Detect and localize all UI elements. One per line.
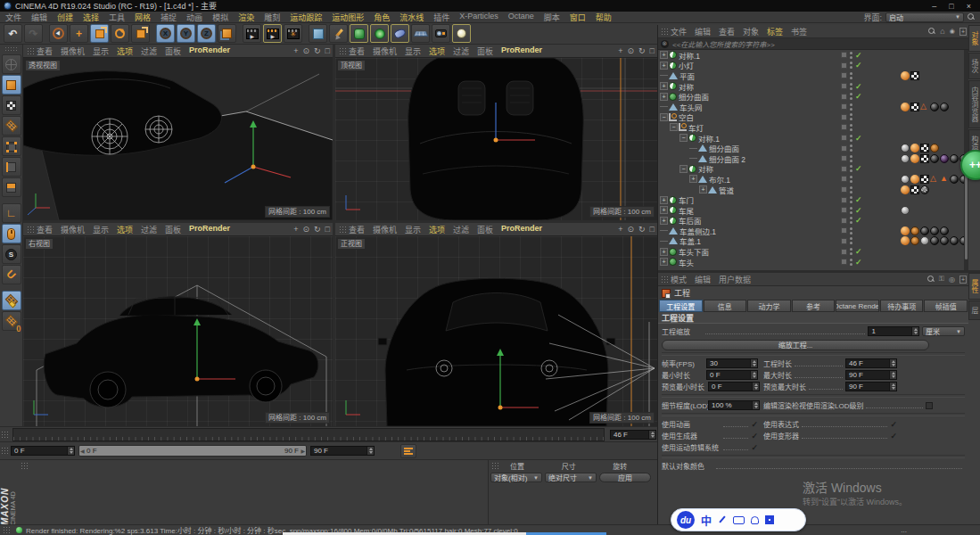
viewport-menu-显示[interactable]: 显示 (93, 224, 109, 235)
viewport-splitter-vertical[interactable] (333, 45, 335, 426)
phong-tag-icon[interactable] (910, 144, 919, 152)
visibility-toggles[interactable] (841, 155, 864, 162)
layer-icon[interactable] (841, 186, 847, 193)
om-menu-对象[interactable]: 对象 (743, 26, 759, 37)
viewport-grip[interactable] (339, 47, 346, 55)
visibility-toggles[interactable]: ✓ (841, 206, 864, 215)
使用生成器-check-icon[interactable]: ✓ (751, 432, 758, 440)
enabled-check-icon[interactable]: ✓ (855, 216, 864, 225)
viewport-menu-过滤[interactable]: 过滤 (453, 45, 469, 57)
menu-item-Octane[interactable]: Octane (508, 12, 534, 23)
preview-min-field[interactable]: 0 F (708, 382, 760, 391)
enable-snap-button[interactable]: S (2, 244, 21, 264)
tab-Octane Render[interactable]: Octane Render (836, 300, 879, 312)
visibility-dots-icon[interactable] (850, 155, 852, 162)
enabled-check-icon[interactable]: ✓ (855, 164, 864, 173)
uv-tag-icon[interactable] (910, 103, 919, 111)
visibility-dots-icon[interactable] (850, 135, 852, 142)
interface-dropdown[interactable]: 启动▼ (885, 12, 964, 22)
mat-tag-icon[interactable] (930, 103, 939, 111)
side-tab-属性[interactable]: 属性 (968, 273, 980, 300)
viewport-grip[interactable] (339, 226, 346, 234)
rotate-view-icon[interactable]: ↻ (314, 46, 321, 55)
visibility-toggles[interactable]: ✓ (841, 164, 864, 173)
tree-row[interactable]: −车灯 (658, 122, 968, 133)
bug-tag-icon[interactable] (930, 144, 939, 152)
maximize-button[interactable]: □ (949, 2, 953, 11)
layer-icon[interactable] (841, 207, 847, 213)
menu-item-运动图形[interactable]: 运动图形 (332, 12, 364, 23)
enabled-check-icon[interactable]: ✓ (855, 195, 864, 204)
visibility-toggles[interactable]: ✓ (841, 82, 864, 91)
eye-icon[interactable]: ◉ (950, 28, 955, 35)
layer-icon[interactable] (841, 197, 847, 203)
tree-row[interactable]: 车盖.1 (658, 236, 968, 247)
visibility-dots-icon[interactable] (850, 124, 852, 131)
material-grip[interactable] (21, 462, 28, 470)
scale-project-button[interactable]: 缩放工程... (662, 340, 929, 350)
visibility-dots-icon[interactable] (850, 196, 852, 203)
viewport-splitter-horizontal[interactable] (23, 220, 657, 223)
tree-row[interactable]: +车尾✓ (658, 205, 968, 216)
visibility-dots-icon[interactable] (850, 227, 852, 235)
keyboard-icon[interactable] (733, 516, 745, 524)
menu-item-选择[interactable]: 选择 (83, 12, 99, 23)
texture-mode-button[interactable] (2, 95, 21, 115)
target-icon[interactable]: ◎ (949, 276, 955, 284)
spinner-icon[interactable] (911, 327, 918, 335)
visibility-toggles[interactable] (841, 113, 864, 120)
render-settings-button[interactable] (263, 24, 282, 43)
enable-axis-button[interactable]: ∟ (2, 203, 21, 223)
grayball-tag-icon[interactable] (901, 175, 910, 184)
menu-item-运动跟踪[interactable]: 运动跟踪 (290, 12, 322, 23)
menu-item-渲染[interactable]: 渲染 (238, 12, 254, 23)
visibility-dots-icon[interactable] (850, 103, 852, 111)
visibility-toggles[interactable]: ✓ (841, 134, 864, 143)
spinner-icon[interactable] (752, 383, 759, 391)
workplane-mode-button[interactable] (2, 116, 21, 136)
viewport-menu-选项[interactable]: 选项 (117, 224, 133, 235)
menu-item-网格[interactable]: 网格 (135, 12, 151, 23)
minimize-button[interactable]: – (932, 2, 936, 11)
menu-item-捕捉[interactable]: 捕捉 (161, 12, 177, 23)
render-queue-button[interactable] (284, 24, 302, 43)
viewport-menu-过滤[interactable]: 过滤 (141, 224, 157, 235)
menu-item-编辑[interactable]: 编辑 (31, 12, 47, 23)
phong-tag-icon[interactable] (901, 71, 910, 80)
add-panel-icon[interactable]: + (959, 276, 967, 284)
viewport-menu-面板[interactable]: 面板 (477, 224, 493, 235)
viewport-grip[interactable] (27, 226, 34, 234)
enabled-check-icon[interactable]: ✓ (855, 61, 864, 70)
tab-参考[interactable]: 参考 (792, 300, 836, 312)
tree-row[interactable]: 细分曲面 2 (658, 153, 968, 164)
layer-icon[interactable] (841, 259, 847, 265)
viewport-top[interactable]: 查看摄像机显示选项过滤面板ProRender +⊙↻□ (335, 45, 657, 220)
layer-icon[interactable] (841, 62, 847, 69)
pan-icon[interactable]: + (618, 46, 622, 55)
generator-button[interactable] (350, 24, 368, 43)
live-selection-tool[interactable] (49, 24, 68, 43)
使用表达式-check-icon[interactable]: ✓ (890, 420, 897, 429)
panel-grip[interactable] (661, 276, 668, 284)
viewport-menu-摄像机[interactable]: 摄像机 (61, 45, 85, 57)
enabled-check-icon[interactable]: ✓ (855, 92, 864, 101)
dolly-icon[interactable]: ⊙ (627, 46, 634, 55)
ime-language-toggle[interactable]: 中 (701, 513, 712, 528)
redo-button[interactable]: ↷ (24, 24, 43, 43)
polygons-mode-button[interactable] (2, 177, 21, 197)
viewport-menu-面板[interactable]: 面板 (477, 45, 493, 57)
spinner-icon[interactable] (750, 371, 757, 379)
apply-button[interactable]: 应用 (599, 473, 651, 482)
tree-row[interactable]: 细分曲面 (658, 143, 968, 153)
viewport-menu-查看[interactable]: 查看 (37, 45, 53, 57)
menu-item-插件[interactable]: 插件 (433, 12, 449, 23)
visibility-toggles[interactable] (841, 144, 864, 152)
visibility-toggles[interactable]: ✓ (841, 258, 864, 267)
scale-unit-dropdown[interactable]: 厘米▼ (922, 326, 965, 336)
使用动画-check-icon[interactable]: ✓ (751, 420, 758, 429)
mat-tag-icon[interactable] (930, 236, 939, 245)
side-tab-对象[interactable]: 对象 (968, 25, 980, 52)
viewport-menu-过滤[interactable]: 过滤 (453, 224, 469, 235)
使用变形器-check-icon[interactable]: ✓ (890, 432, 897, 440)
add-panel-icon[interactable]: + (959, 28, 967, 36)
